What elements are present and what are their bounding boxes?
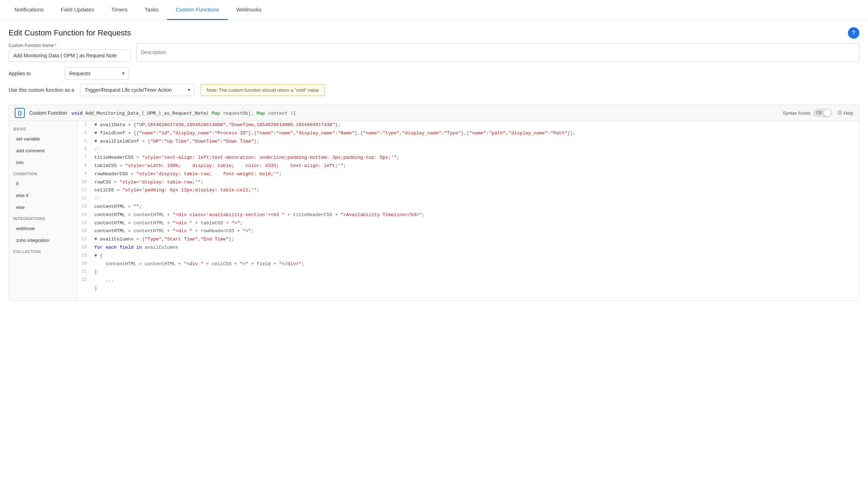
use-row: Use this custom function as a Trigger/Re… xyxy=(9,84,859,96)
op-token: = {{ xyxy=(125,130,139,136)
applies-row: Applies to Requests ▼ xyxy=(9,67,859,80)
line-content: contentHTML = contentHTML + "<div " + ro… xyxy=(94,227,859,235)
sidebar-item-webhook[interactable]: webhook xyxy=(12,223,74,234)
code-line: 12// xyxy=(77,195,859,203)
editor-body: BASICset variableadd commentinfoCONDITIO… xyxy=(9,121,859,300)
tri-token: ▼ xyxy=(94,237,100,242)
sidebar-item-info[interactable]: info xyxy=(12,157,74,168)
param-1: requestObj, xyxy=(223,110,256,116)
var-token: tableCSS xyxy=(94,163,117,168)
editor-help-link[interactable]: ⓪ Help xyxy=(838,110,853,116)
op-token: = xyxy=(128,171,136,177)
str-token: "style='text-align: left;text-decoration… xyxy=(142,155,397,160)
op-token: ... xyxy=(94,277,114,283)
str-token: "<div " xyxy=(173,220,192,226)
op-token: + titleHeaderCSS + xyxy=(285,212,341,218)
op-token: }}; xyxy=(567,130,575,136)
op-token: + tableCSS + xyxy=(192,220,231,226)
applies-select[interactable]: Requests xyxy=(65,67,129,80)
description-field-group xyxy=(136,43,859,62)
code-area[interactable]: 3▼ availData = {"UP,1654626617436,165462… xyxy=(77,121,859,300)
line-content: rowCSS = "style='display: table-row;'"; xyxy=(94,178,859,187)
str-token: "UP":"Up Time","DownTime":"Down Time" xyxy=(150,139,254,144)
code-line: 6// xyxy=(77,146,859,154)
str-token: "" xyxy=(133,204,139,209)
code-line: 7titleHeaderCSS = "style='text-align: le… xyxy=(77,154,859,162)
sidebar-item-if[interactable]: if xyxy=(12,178,74,189)
toggle-knob xyxy=(824,109,831,116)
op-token: = xyxy=(133,155,142,160)
tab-tasks[interactable]: Tasks xyxy=(136,0,167,20)
line-number: 8 xyxy=(77,162,91,170)
op-token: ; xyxy=(397,155,400,160)
required-star: * xyxy=(55,43,56,48)
code-line: 8tableCSS = "style='width: 100%; display… xyxy=(77,162,859,170)
str-token: "name":"id","display_name":"Process ID" xyxy=(139,130,248,136)
code-line: 17▼ availColumns = {"Type","Start Time",… xyxy=(77,235,859,244)
str-token: "style='display: table-row; font-weight:… xyxy=(136,171,279,177)
line-number: 5 xyxy=(77,138,91,146)
kw-token: for each xyxy=(94,245,117,250)
sidebar-item-set-variable[interactable]: set variable xyxy=(12,133,74,144)
sidebar-item-else-if[interactable]: else if xyxy=(12,190,74,201)
op-token: + rowHeaderCSS + xyxy=(192,228,242,234)
line-number: 18 xyxy=(77,244,91,252)
use-select[interactable]: Trigger/Request Life cycle/Timer Action xyxy=(80,84,195,96)
op-token: = { xyxy=(125,122,136,128)
line-number: 16 xyxy=(77,227,91,235)
str-token: "</div>" xyxy=(279,261,301,267)
editor-icon: {} xyxy=(15,108,25,118)
description-input[interactable] xyxy=(136,43,859,62)
syntax-assist-label: Syntax Assist xyxy=(783,110,810,116)
op-token: }, xyxy=(461,130,467,136)
code-line: 16contentHTML = contentHTML + "<div " + … xyxy=(77,227,859,235)
syntax-toggle[interactable]: Off xyxy=(813,109,832,117)
op-token: = { xyxy=(139,139,150,144)
line-number: 11 xyxy=(77,186,91,195)
editor-container: {} Custom Function void Add_Monitoring_D… xyxy=(9,105,859,301)
tab-custom-functions[interactable]: Custom Functions xyxy=(167,0,228,20)
note-box: Note: The custom function should return … xyxy=(201,84,325,96)
str-token: "<div " xyxy=(173,228,192,234)
function-name-input[interactable] xyxy=(9,49,131,62)
str-token: "style='padding: 6px 12px;display: table… xyxy=(122,187,256,193)
op-token: ; xyxy=(201,180,203,185)
str-token: "name":"name","display_name":"Name" xyxy=(257,130,355,136)
var-token: contentHTML xyxy=(94,212,125,218)
var-token: fieldConf xyxy=(100,130,125,136)
str-token: ">Availability Timeline</h3>" xyxy=(341,212,422,218)
op-token: { xyxy=(100,253,103,258)
tab-field-updates[interactable]: Field Updates xyxy=(52,0,103,20)
tab-timers[interactable]: Timers xyxy=(103,0,136,20)
line-number: 12 xyxy=(77,195,91,203)
line-number: 20 xyxy=(77,260,91,268)
code-line: } xyxy=(77,285,859,293)
line-number: 21 xyxy=(77,268,91,276)
op-token: }; xyxy=(335,122,341,128)
tri-token: ▼ xyxy=(94,139,100,144)
tab-webhooks[interactable]: Webhooks xyxy=(228,0,270,20)
sidebar-item-zoho-integration[interactable]: zoho integration xyxy=(12,235,74,246)
op-token: = xyxy=(125,204,133,209)
str-token: ">" xyxy=(243,228,251,234)
sidebar-item-add-comment[interactable]: add comment xyxy=(12,145,74,156)
help-label: Help xyxy=(844,110,853,116)
line-number: 3 xyxy=(77,121,91,129)
var-token: availData xyxy=(100,122,125,128)
line-number: 22 xyxy=(77,276,91,285)
sidebar-item-else[interactable]: else xyxy=(12,202,74,213)
op-token: ; xyxy=(279,171,282,177)
tab-notifications[interactable]: Notifications xyxy=(6,0,52,20)
name-field-group: Custom Function Name* xyxy=(9,43,131,62)
line-number: 13 xyxy=(77,203,91,211)
code-line: 3▼ availData = {"UP,1654626617436,165462… xyxy=(77,121,859,129)
line-content: ▼ fieldConf = {{"name":"id","display_nam… xyxy=(94,129,859,138)
void-keyword: void xyxy=(71,110,82,116)
line-content: ▼ availData = {"UP,1654626617436,1654628… xyxy=(94,121,859,129)
help-button[interactable]: ? xyxy=(848,27,859,39)
line-content: // xyxy=(94,195,859,203)
kw-token: field xyxy=(119,245,133,250)
code-line: 10rowCSS = "style='display: table-row;'"… xyxy=(77,178,859,187)
op-token: ; xyxy=(251,228,254,234)
help-circle-icon: ⓪ xyxy=(838,110,842,116)
